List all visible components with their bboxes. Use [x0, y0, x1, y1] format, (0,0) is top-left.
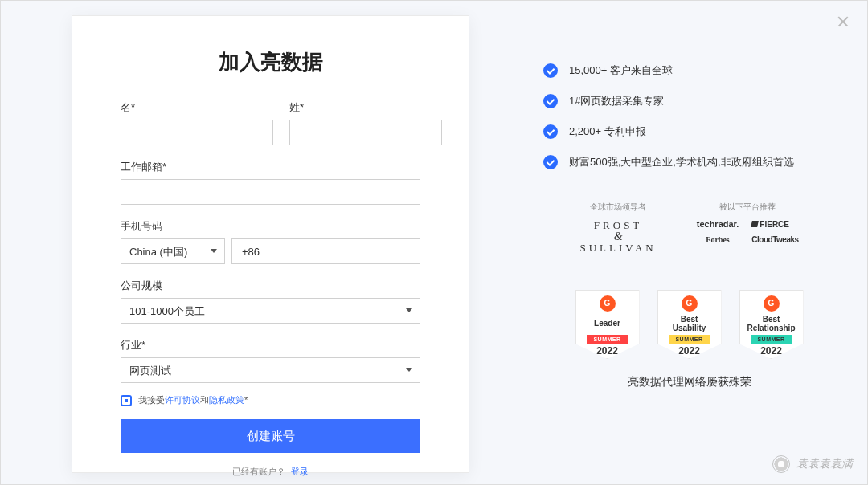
press-logos: techradar. FIERCE Forbes CloudTweaks: [697, 219, 799, 244]
leader-col: 全球市场领导者 FROST & SULLIVAN: [579, 202, 656, 255]
phone-prefix: +86: [232, 246, 268, 258]
modal-container: 加入亮数据 名* 姓* 工作邮箱* 手机号码: [1, 1, 867, 484]
g2-badge-relationship: G Best Relationship SUMMER 2022: [739, 290, 804, 359]
login-row: 已经有账户？ 登录: [121, 466, 420, 478]
login-link[interactable]: 登录: [291, 467, 309, 476]
fierce-logo: FIERCE: [751, 220, 798, 229]
benefits-list: 15,000+ 客户来自全球 1#网页数据采集专家 2,200+ 专利申报 财富…: [543, 63, 835, 169]
check-icon: [543, 155, 558, 169]
cloudtweaks-logo: CloudTweaks: [751, 235, 798, 244]
check-icon: [543, 63, 558, 78]
benefit-item: 2,200+ 专利申报: [543, 124, 835, 139]
press-col: 被以下平台推荐 techradar. FIERCE Forbes CloudTw…: [697, 202, 799, 255]
industry-label: 行业*: [121, 338, 420, 353]
close-icon[interactable]: [837, 15, 850, 28]
forbes-logo: Forbes: [697, 235, 739, 244]
g2-badge-leader: G Leader SUMMER 2022: [575, 290, 640, 359]
benefit-item: 财富500强,大中型企业,学术机构,非政府组织首选: [543, 155, 835, 169]
first-name-label: 名*: [121, 100, 273, 115]
first-name-input[interactable]: [121, 120, 273, 145]
signup-panel: 加入亮数据 名* 姓* 工作邮箱* 手机号码: [57, 1, 519, 485]
credibility-section: 全球市场领导者 FROST & SULLIVAN 被以下平台推荐 techrad…: [543, 202, 835, 255]
consent-text: 我接受许可协议和隐私政策*: [138, 394, 248, 406]
g2-logo-icon: G: [764, 295, 780, 312]
last-name-label: 姓*: [289, 100, 442, 115]
honor-text: 亮数据代理网络屡获殊荣: [543, 375, 835, 389]
techradar-logo: techradar.: [697, 219, 739, 229]
watermark: 袁袁袁袁满: [772, 455, 853, 473]
signup-card: 加入亮数据 名* 姓* 工作邮箱* 手机号码: [72, 15, 469, 473]
form-title: 加入亮数据: [121, 48, 420, 76]
benefit-item: 15,000+ 客户来自全球: [543, 63, 835, 78]
email-label: 工作邮箱*: [121, 160, 420, 174]
g2-badges-row: G Leader SUMMER 2022 G Best Usability SU…: [543, 290, 835, 359]
frost-sullivan-logo: FROST & SULLIVAN: [579, 219, 656, 255]
phone-input-wrap: +86: [231, 238, 420, 264]
benefit-item: 1#网页数据采集专家: [543, 94, 835, 108]
email-input[interactable]: [121, 179, 420, 205]
consent-row: 我接受许可协议和隐私政策*: [121, 394, 420, 406]
phone-input[interactable]: [268, 239, 420, 263]
g2-logo-icon: G: [600, 295, 616, 312]
leader-label: 全球市场领导者: [579, 202, 656, 213]
check-icon: [543, 124, 558, 139]
privacy-link[interactable]: 隐私政策: [209, 395, 244, 405]
phone-label: 手机号码: [121, 219, 420, 234]
check-icon: [543, 94, 558, 108]
press-label: 被以下平台推荐: [697, 202, 799, 213]
last-name-input[interactable]: [289, 120, 442, 145]
g2-logo-icon: G: [682, 295, 698, 312]
country-select[interactable]: China (中国): [121, 238, 225, 264]
last-name-group: 姓*: [289, 100, 442, 145]
info-panel: 15,000+ 客户来自全球 1#网页数据采集专家 2,200+ 专利申报 财富…: [519, 1, 867, 484]
industry-select[interactable]: 网页测试: [121, 357, 420, 383]
wechat-icon: [772, 455, 790, 473]
watermark-text: 袁袁袁袁满: [796, 457, 853, 471]
first-name-group: 名*: [121, 100, 273, 145]
company-size-label: 公司规模: [121, 279, 420, 293]
create-account-button[interactable]: 创建账号: [121, 419, 420, 453]
g2-badge-usability: G Best Usability SUMMER 2022: [657, 290, 722, 359]
terms-link[interactable]: 许可协议: [165, 395, 200, 405]
company-size-select[interactable]: 101-1000个员工: [121, 298, 420, 324]
consent-checkbox[interactable]: [121, 395, 132, 406]
